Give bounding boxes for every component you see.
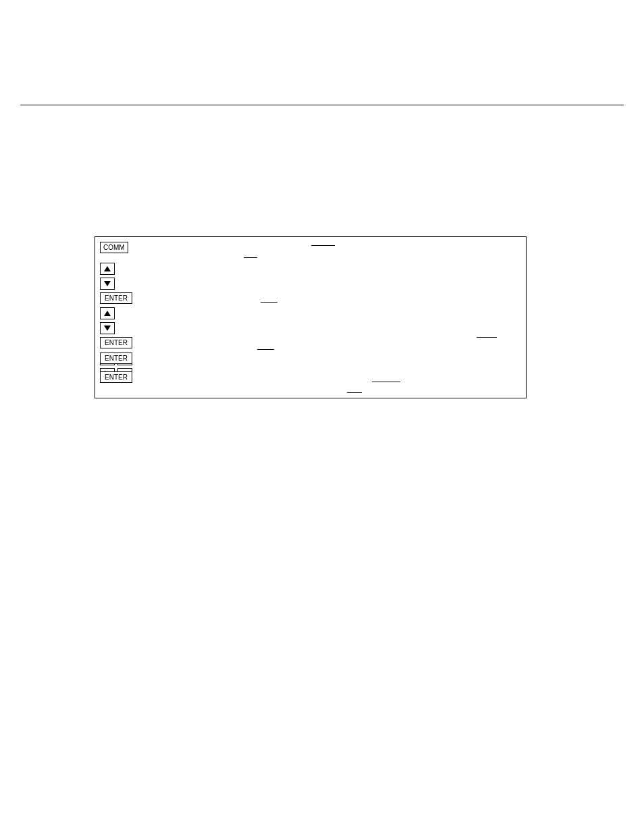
comm-button[interactable]: COMM [100,242,128,253]
underline-6 [372,382,400,382]
arrow-up-2-icon [104,311,111,316]
arrow-down-1-icon [104,281,111,286]
enter-2-button[interactable]: ENTER [100,337,132,348]
diagram-box: COMM ENTER ENTER [95,236,527,398]
arrow-down-2-button[interactable] [100,322,115,334]
enter-3-button[interactable]: ENTER [100,353,132,364]
underline-3 [261,302,277,303]
enter-4-button[interactable]: ENTER [100,371,132,383]
page: COMM ENTER ENTER [0,0,644,834]
arrow-up-1-icon [104,266,111,271]
arrow-up-1-button[interactable] [100,263,115,275]
arrow-down-2-icon [104,325,111,331]
underline-1 [311,245,335,246]
underline-7 [347,392,362,393]
underline-2 [244,257,257,258]
underline-5 [257,349,274,350]
underline-4 [477,337,497,338]
arrow-up-2-button[interactable] [100,307,115,319]
horizontal-divider [20,105,624,105]
arrow-down-1-button[interactable] [100,278,115,290]
enter-1-button[interactable]: ENTER [100,292,132,304]
